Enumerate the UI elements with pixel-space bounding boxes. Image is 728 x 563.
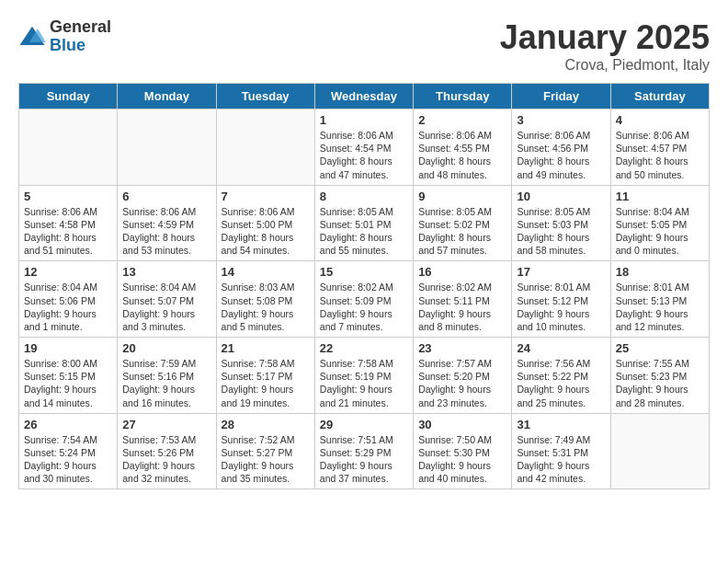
calendar-cell: 13Sunrise: 8:04 AM Sunset: 5:07 PM Dayli… [118, 261, 216, 338]
day-number: 19 [24, 341, 112, 355]
day-number: 29 [320, 418, 408, 431]
day-content: Sunrise: 8:06 AM Sunset: 4:59 PM Dayligh… [122, 205, 210, 258]
calendar-cell: 4Sunrise: 8:06 AM Sunset: 4:57 PM Daylig… [610, 109, 709, 186]
weekday-header-friday: Friday [512, 84, 610, 109]
calendar-cell: 7Sunrise: 8:06 AM Sunset: 5:00 PM Daylig… [216, 185, 314, 261]
logo-blue: Blue [50, 37, 111, 55]
day-content: Sunrise: 8:02 AM Sunset: 5:11 PM Dayligh… [418, 281, 506, 333]
week-row-2: 5Sunrise: 8:06 AM Sunset: 4:58 PM Daylig… [19, 185, 710, 261]
day-number: 12 [24, 265, 112, 279]
calendar-cell: 17Sunrise: 8:01 AM Sunset: 5:12 PM Dayli… [512, 261, 610, 338]
day-number: 27 [122, 418, 210, 431]
day-content: Sunrise: 7:57 AM Sunset: 5:20 PM Dayligh… [418, 357, 506, 409]
location: Crova, Piedmont, Italy [500, 57, 710, 74]
day-number: 10 [517, 190, 605, 203]
calendar-cell: 28Sunrise: 7:52 AM Sunset: 5:27 PM Dayli… [216, 413, 314, 489]
day-number: 25 [616, 341, 704, 355]
day-number: 11 [616, 190, 704, 203]
weekday-header-row: SundayMondayTuesdayWednesdayThursdayFrid… [19, 84, 710, 109]
day-content: Sunrise: 7:49 AM Sunset: 5:31 PM Dayligh… [517, 433, 605, 486]
week-row-5: 26Sunrise: 7:54 AM Sunset: 5:24 PM Dayli… [19, 413, 710, 489]
logo-icon [18, 23, 46, 51]
day-number: 23 [418, 341, 506, 355]
week-row-4: 19Sunrise: 8:00 AM Sunset: 5:15 PM Dayli… [19, 338, 710, 414]
day-number: 4 [616, 113, 704, 127]
calendar-cell: 8Sunrise: 8:05 AM Sunset: 5:01 PM Daylig… [314, 185, 413, 261]
day-content: Sunrise: 8:06 AM Sunset: 5:00 PM Dayligh… [222, 205, 310, 258]
day-content: Sunrise: 7:58 AM Sunset: 5:17 PM Dayligh… [222, 357, 310, 409]
day-content: Sunrise: 7:52 AM Sunset: 5:27 PM Dayligh… [222, 433, 310, 486]
weekday-header-wednesday: Wednesday [314, 84, 413, 109]
day-content: Sunrise: 8:03 AM Sunset: 5:08 PM Dayligh… [222, 281, 310, 333]
day-number: 15 [320, 265, 408, 279]
logo-text: General Blue [50, 18, 111, 55]
calendar-cell: 19Sunrise: 8:00 AM Sunset: 5:15 PM Dayli… [19, 338, 118, 414]
calendar-cell: 21Sunrise: 7:58 AM Sunset: 5:17 PM Dayli… [216, 338, 314, 414]
week-row-1: 1Sunrise: 8:06 AM Sunset: 4:54 PM Daylig… [19, 109, 710, 186]
logo: General Blue [18, 18, 111, 55]
day-content: Sunrise: 8:06 AM Sunset: 4:54 PM Dayligh… [320, 129, 408, 181]
day-number: 5 [24, 190, 112, 203]
calendar-cell: 15Sunrise: 8:02 AM Sunset: 5:09 PM Dayli… [314, 261, 413, 338]
calendar-cell: 9Sunrise: 8:05 AM Sunset: 5:02 PM Daylig… [414, 185, 512, 261]
day-number: 24 [517, 341, 605, 355]
day-content: Sunrise: 8:06 AM Sunset: 4:58 PM Dayligh… [24, 205, 112, 258]
day-content: Sunrise: 8:00 AM Sunset: 5:15 PM Dayligh… [24, 357, 112, 409]
day-content: Sunrise: 7:56 AM Sunset: 5:22 PM Dayligh… [517, 357, 605, 409]
calendar-cell: 1Sunrise: 8:06 AM Sunset: 4:54 PM Daylig… [314, 109, 413, 186]
calendar-cell: 25Sunrise: 7:55 AM Sunset: 5:23 PM Dayli… [610, 338, 709, 414]
day-content: Sunrise: 8:05 AM Sunset: 5:03 PM Dayligh… [517, 205, 605, 258]
day-content: Sunrise: 8:05 AM Sunset: 5:01 PM Dayligh… [320, 205, 408, 258]
calendar-cell: 20Sunrise: 7:59 AM Sunset: 5:16 PM Dayli… [118, 338, 216, 414]
calendar-cell: 26Sunrise: 7:54 AM Sunset: 5:24 PM Dayli… [19, 413, 118, 489]
day-number: 2 [418, 113, 506, 127]
day-content: Sunrise: 8:06 AM Sunset: 4:57 PM Dayligh… [616, 129, 704, 181]
day-content: Sunrise: 7:50 AM Sunset: 5:30 PM Dayligh… [418, 433, 506, 486]
day-content: Sunrise: 8:04 AM Sunset: 5:07 PM Dayligh… [122, 281, 210, 333]
title-block: January 2025 Crova, Piedmont, Italy [500, 18, 710, 74]
day-number: 6 [122, 190, 210, 203]
day-number: 20 [122, 341, 210, 355]
weekday-header-thursday: Thursday [414, 84, 512, 109]
day-content: Sunrise: 7:51 AM Sunset: 5:29 PM Dayligh… [320, 433, 408, 486]
calendar-cell: 14Sunrise: 8:03 AM Sunset: 5:08 PM Dayli… [216, 261, 314, 338]
day-content: Sunrise: 8:06 AM Sunset: 4:56 PM Dayligh… [517, 129, 605, 181]
calendar-cell: 24Sunrise: 7:56 AM Sunset: 5:22 PM Dayli… [512, 338, 610, 414]
week-row-3: 12Sunrise: 8:04 AM Sunset: 5:06 PM Dayli… [19, 261, 710, 338]
calendar-cell: 27Sunrise: 7:53 AM Sunset: 5:26 PM Dayli… [118, 413, 216, 489]
day-content: Sunrise: 7:58 AM Sunset: 5:19 PM Dayligh… [320, 357, 408, 409]
day-content: Sunrise: 8:05 AM Sunset: 5:02 PM Dayligh… [418, 205, 506, 258]
weekday-header-sunday: Sunday [19, 84, 118, 109]
day-number: 26 [24, 418, 112, 431]
calendar-cell [216, 109, 314, 186]
calendar-cell [610, 413, 709, 489]
day-number: 9 [418, 190, 506, 203]
day-number: 21 [222, 341, 310, 355]
calendar-cell: 18Sunrise: 8:01 AM Sunset: 5:13 PM Dayli… [610, 261, 709, 338]
day-content: Sunrise: 7:55 AM Sunset: 5:23 PM Dayligh… [616, 357, 704, 409]
day-number: 7 [222, 190, 310, 203]
calendar-cell: 16Sunrise: 8:02 AM Sunset: 5:11 PM Dayli… [414, 261, 512, 338]
day-number: 8 [320, 190, 408, 203]
day-content: Sunrise: 8:02 AM Sunset: 5:09 PM Dayligh… [320, 281, 408, 333]
calendar-cell: 11Sunrise: 8:04 AM Sunset: 5:05 PM Dayli… [610, 185, 709, 261]
calendar-cell: 30Sunrise: 7:50 AM Sunset: 5:30 PM Dayli… [414, 413, 512, 489]
weekday-header-monday: Monday [118, 84, 216, 109]
calendar-cell [19, 109, 118, 186]
month-title: January 2025 [500, 18, 710, 57]
day-number: 18 [616, 265, 704, 279]
calendar-cell: 6Sunrise: 8:06 AM Sunset: 4:59 PM Daylig… [118, 185, 216, 261]
day-number: 22 [320, 341, 408, 355]
day-content: Sunrise: 7:59 AM Sunset: 5:16 PM Dayligh… [122, 357, 210, 409]
day-number: 13 [122, 265, 210, 279]
calendar-cell: 10Sunrise: 8:05 AM Sunset: 5:03 PM Dayli… [512, 185, 610, 261]
calendar-cell: 22Sunrise: 7:58 AM Sunset: 5:19 PM Dayli… [314, 338, 413, 414]
calendar-cell: 23Sunrise: 7:57 AM Sunset: 5:20 PM Dayli… [414, 338, 512, 414]
day-content: Sunrise: 7:53 AM Sunset: 5:26 PM Dayligh… [122, 433, 210, 486]
calendar-cell: 29Sunrise: 7:51 AM Sunset: 5:29 PM Dayli… [314, 413, 413, 489]
calendar-cell: 31Sunrise: 7:49 AM Sunset: 5:31 PM Dayli… [512, 413, 610, 489]
weekday-header-saturday: Saturday [610, 84, 709, 109]
day-content: Sunrise: 8:04 AM Sunset: 5:06 PM Dayligh… [24, 281, 112, 333]
calendar-cell: 5Sunrise: 8:06 AM Sunset: 4:58 PM Daylig… [19, 185, 118, 261]
day-number: 30 [418, 418, 506, 431]
